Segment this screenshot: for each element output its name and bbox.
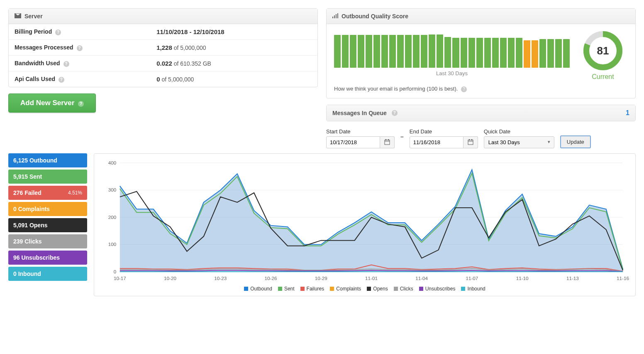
svg-text:0: 0 (114, 269, 117, 274)
update-button[interactable]: Update (560, 135, 591, 148)
quality-bars-label: Last 30 Days (334, 70, 570, 76)
legend-item[interactable]: Clicks (394, 286, 413, 292)
timeseries-chart: 010020030040010-1710-2010-2310-2610-2911… (100, 159, 629, 283)
server-table: Billing Period ?11/10/2018 - 12/10/2018M… (9, 24, 317, 87)
server-panel-header: Server (9, 9, 317, 24)
quality-note: How we think your email is performing (1… (327, 86, 635, 98)
end-date-calendar-button[interactable] (463, 136, 478, 148)
legend-item[interactable]: Unsubscribes (419, 286, 456, 292)
server-panel-title: Server (24, 13, 43, 20)
svg-text:400: 400 (108, 160, 117, 165)
legend-item[interactable]: Inbound (461, 286, 485, 292)
quality-donut: 81 (582, 30, 624, 71)
stat-badge-inbound[interactable]: 0 Inbound (8, 267, 87, 281)
svg-text:10-26: 10-26 (265, 276, 277, 281)
legend-item[interactable]: Sent (278, 286, 295, 292)
legend-item[interactable]: Opens (367, 286, 388, 292)
legend-item[interactable]: Outbound (244, 286, 272, 292)
start-date-calendar-button[interactable] (380, 136, 395, 148)
stat-badge-unsubscribes[interactable]: 96 Unsubscribes (8, 251, 87, 265)
quality-panel: Outbound Quality Score Last 30 Days 81 (326, 8, 636, 98)
svg-text:300: 300 (108, 187, 117, 192)
start-date-label: Start Date (326, 128, 395, 135)
legend-item[interactable]: Failures (300, 286, 324, 292)
svg-text:11-10: 11-10 (516, 276, 529, 281)
server-row: Api Calls Used ?0 of 5,000,000 (9, 71, 317, 87)
stat-summary-column: 6,125 Outbound5,915 Sent276 Failed4.51%0… (8, 153, 87, 296)
svg-rect-1 (332, 17, 333, 18)
end-date-input[interactable] (410, 136, 463, 148)
svg-text:11-07: 11-07 (466, 276, 478, 281)
svg-rect-14 (471, 139, 472, 140)
quality-bars (334, 34, 570, 68)
svg-text:100: 100 (108, 242, 117, 247)
legend-item[interactable]: Complaints (330, 286, 361, 292)
svg-rect-7 (385, 140, 390, 145)
svg-text:10-20: 10-20 (164, 276, 176, 281)
quality-score-value: 81 (582, 30, 624, 71)
calendar-icon (468, 139, 473, 145)
svg-text:11-01: 11-01 (365, 276, 378, 281)
help-icon[interactable]: ? (77, 45, 83, 51)
envelope-icon (15, 13, 21, 20)
quick-date-label: Quick Date (484, 128, 554, 135)
end-date-label: End Date (410, 128, 478, 135)
svg-rect-4 (337, 13, 338, 18)
svg-text:10-17: 10-17 (114, 276, 126, 281)
help-icon[interactable]: ? (55, 30, 61, 35)
svg-rect-2 (334, 15, 335, 18)
quality-current-label: Current (578, 73, 628, 81)
help-icon[interactable]: ? (59, 77, 64, 83)
quality-panel-header: Outbound Quality Score (327, 9, 635, 24)
svg-rect-3 (336, 14, 337, 18)
server-row: Billing Period ?11/10/2018 - 12/10/2018 (9, 24, 317, 40)
svg-rect-11 (468, 140, 473, 145)
help-icon[interactable]: ? (392, 110, 398, 116)
add-new-server-label: Add New Server (20, 99, 74, 107)
server-row: Messages Processed ?1,228 of 5,000,000 (9, 40, 317, 56)
start-date-input[interactable] (326, 136, 380, 148)
date-separator: – (400, 133, 404, 143)
help-icon[interactable]: ? (63, 61, 69, 67)
svg-text:11-16: 11-16 (617, 276, 629, 281)
svg-rect-10 (388, 139, 389, 140)
stat-badge-clicks[interactable]: 239 Clicks (8, 234, 87, 248)
queue-value[interactable]: 1 (626, 109, 629, 117)
date-controls: Start Date – End Date (326, 128, 636, 148)
bars-icon (332, 13, 338, 20)
stat-badge-opens[interactable]: 5,091 Opens (8, 218, 87, 232)
stat-badge-failed[interactable]: 276 Failed4.51% (8, 186, 87, 200)
svg-text:11-04: 11-04 (415, 276, 428, 281)
help-icon: ? (78, 101, 84, 107)
server-panel: Server Billing Period ?11/10/2018 - 12/1… (8, 8, 318, 87)
timeseries-chart-panel: 010020030040010-1710-2010-2310-2610-2911… (94, 153, 636, 296)
svg-text:200: 200 (108, 215, 117, 220)
quality-title: Outbound Quality Score (342, 13, 408, 20)
help-icon[interactable]: ? (461, 86, 467, 92)
svg-text:11-13: 11-13 (566, 276, 579, 281)
add-new-server-button[interactable]: Add New Server ? (8, 93, 96, 113)
svg-text:10-29: 10-29 (315, 276, 327, 281)
queue-panel: Messages In Queue ? 1 (326, 105, 636, 121)
queue-title: Messages In Queue (332, 110, 387, 116)
stat-badge-outbound[interactable]: 6,125 Outbound (8, 153, 87, 167)
calendar-icon (384, 139, 390, 145)
server-row: Bandwidth Used ?0.022 of 610.352 GB (9, 56, 317, 71)
stat-badge-sent[interactable]: 5,915 Sent (8, 170, 87, 184)
svg-rect-13 (469, 139, 470, 140)
chart-legend: OutboundSentFailuresComplaintsOpensClick… (100, 283, 629, 293)
quick-date-select[interactable]: Last 30 Days (484, 136, 554, 148)
stat-badge-complaints[interactable]: 0 Complaints (8, 202, 87, 216)
svg-text:10-23: 10-23 (214, 276, 227, 281)
svg-rect-9 (385, 139, 386, 140)
